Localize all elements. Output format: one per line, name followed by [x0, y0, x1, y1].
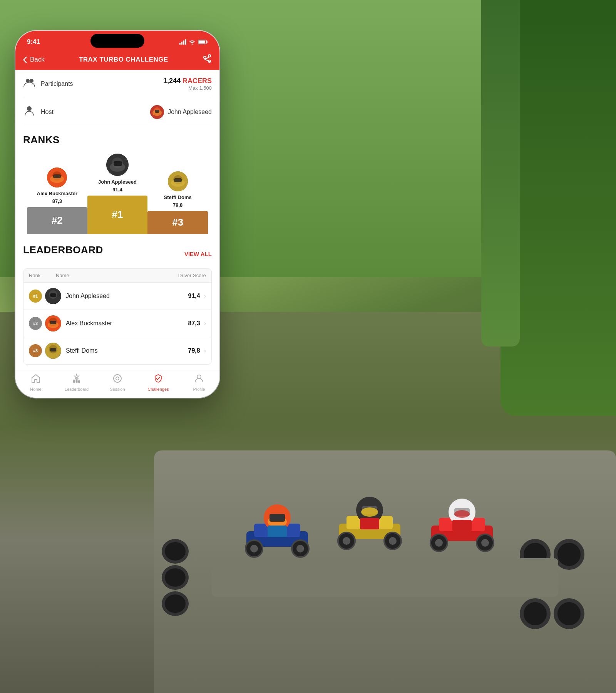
table-header: Rank Name Driver Score [23, 269, 211, 283]
svg-rect-59 [50, 321, 56, 324]
svg-point-30 [454, 510, 470, 518]
host-label: Host [41, 109, 54, 116]
row-avatar-3 [45, 343, 61, 359]
svg-rect-55 [50, 293, 56, 297]
status-time: 9:41 [27, 38, 40, 46]
svg-rect-29 [452, 520, 472, 531]
svg-point-67 [116, 377, 119, 380]
svg-rect-33 [206, 41, 208, 43]
svg-rect-19 [360, 518, 379, 529]
second-block: #2 [27, 207, 87, 234]
phone-screen: 9:41 [15, 31, 219, 398]
svg-rect-40 [155, 110, 159, 113]
home-icon [31, 373, 41, 386]
host-name: John Appleseed [168, 109, 212, 116]
row-chevron-1: › [204, 293, 206, 300]
col-name-header: Name [56, 273, 164, 278]
svg-point-6 [296, 545, 304, 552]
racers-count: 1,244 RACERS [163, 77, 212, 85]
tab-bar: Home Leaderboard [15, 370, 219, 398]
view-all-button[interactable]: VIEW ALL [184, 251, 212, 257]
racers-max: Max 1,500 [163, 85, 212, 91]
svg-rect-65 [78, 380, 80, 383]
svg-point-35 [30, 79, 33, 83]
first-block: #1 [87, 196, 148, 234]
table-row[interactable]: #3 Steffi Doms 79,8 › [23, 337, 211, 364]
battery-icon [198, 39, 208, 45]
rank-badge-2: #2 [29, 317, 42, 330]
back-button[interactable]: Back [23, 56, 45, 64]
leaderboard-icon [72, 373, 82, 386]
status-bar: 9:41 [15, 31, 219, 51]
podium: Alex Buckmaster 87,3 #2 [23, 154, 212, 234]
svg-rect-32 [199, 41, 205, 44]
tab-profile[interactable]: Profile [179, 373, 219, 392]
tab-challenges[interactable]: Challenges [138, 373, 179, 392]
svg-point-34 [26, 79, 30, 83]
leaderboard-title: LEADERBOARD [23, 244, 103, 256]
podium-third[interactable]: Steffi Doms 79,8 #3 [147, 171, 208, 234]
tab-leaderboard-label: Leaderboard [65, 387, 89, 392]
svg-rect-64 [76, 378, 78, 383]
host-right: John Appleseed [150, 105, 212, 119]
svg-point-16 [389, 537, 397, 545]
first-name: John Appleseed [98, 179, 137, 185]
svg-rect-52 [174, 178, 182, 182]
tab-challenges-label: Challenges [147, 387, 169, 392]
participants-label: Participants [41, 80, 73, 87]
leaderboard-header: LEADERBOARD VIEW ALL [23, 244, 212, 264]
back-chevron-icon [23, 57, 27, 63]
third-block: #3 [147, 211, 208, 234]
row-name-3: Steffi Doms [66, 347, 188, 354]
tab-home-label: Home [30, 387, 41, 392]
challenges-icon [153, 373, 163, 386]
third-name: Steffi Doms [164, 194, 192, 201]
row-chevron-3: › [204, 347, 206, 354]
svg-rect-10 [268, 526, 287, 537]
row-avatar-2 [45, 315, 61, 331]
status-icons [179, 39, 208, 45]
svg-rect-62 [50, 348, 56, 352]
profile-icon [194, 373, 204, 386]
nav-title: TRAX TURBO CHALLENGE [79, 56, 168, 64]
svg-point-5 [250, 545, 258, 552]
table-row[interactable]: #1 John Appleseed 91,4 › [23, 283, 211, 310]
host-card: Host John Appleseed [23, 98, 212, 126]
navigation-bar: Back TRAX TURBO CHALLENGE [15, 51, 219, 70]
tab-session-label: Session [110, 387, 125, 392]
svg-point-20 [361, 507, 378, 517]
col-score-header: Driver Score [164, 273, 206, 278]
signal-icon [179, 39, 186, 45]
participants-count-area: 1,244 RACERS Max 1,500 [163, 77, 212, 91]
podium-first[interactable]: John Appleseed 91,4 #1 [87, 154, 148, 234]
host-icon [23, 105, 35, 119]
second-name: Alex Buckmaster [37, 191, 78, 197]
share-icon [203, 54, 212, 63]
svg-rect-9 [270, 514, 285, 522]
col-rank-header: Rank [29, 273, 56, 278]
back-label: Back [30, 56, 45, 64]
tab-leaderboard[interactable]: Leaderboard [56, 373, 97, 392]
row-score-2: 87,3 [188, 320, 200, 327]
share-button[interactable] [203, 54, 212, 65]
row-chevron-2: › [204, 320, 206, 327]
leaderboard-table: Rank Name Driver Score #1 [23, 268, 212, 365]
rank-badge-3: #3 [29, 344, 42, 357]
third-avatar [168, 171, 188, 191]
info-section: Participants 1,244 RACERS Max 1,500 [15, 70, 219, 126]
rank-badge-1: #1 [29, 290, 42, 303]
participants-left: Participants [23, 78, 73, 90]
table-row[interactable]: #2 Alex Buckmaster 87,3 › [23, 310, 211, 337]
row-avatar-1 [45, 288, 61, 304]
row-score-1: 91,4 [188, 293, 200, 300]
tab-session[interactable]: Session [97, 373, 138, 392]
notch [90, 34, 144, 48]
svg-rect-44 [53, 174, 61, 178]
host-left: Host [23, 105, 54, 119]
wifi-icon [189, 39, 196, 45]
row-score-3: 79,8 [188, 347, 200, 354]
svg-point-66 [114, 375, 121, 382]
podium-second[interactable]: Alex Buckmaster 87,3 #2 [27, 167, 87, 234]
svg-rect-63 [73, 380, 75, 383]
tab-home[interactable]: Home [15, 373, 56, 392]
